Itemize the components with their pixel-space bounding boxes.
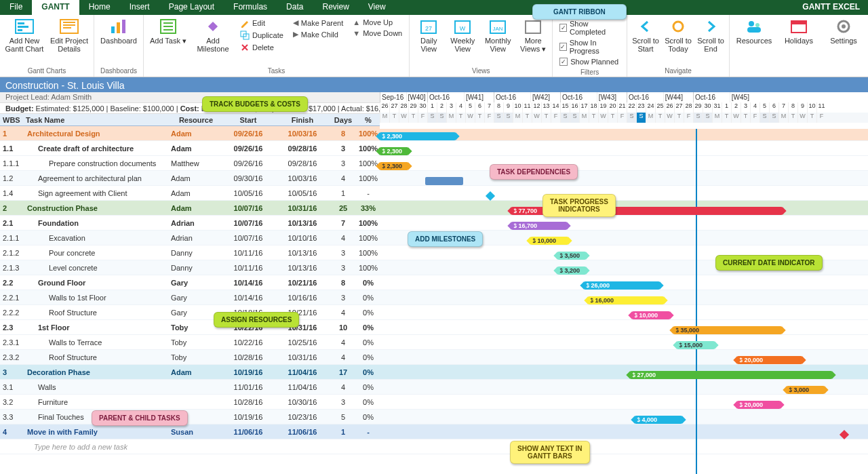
gantt-bar[interactable]: $ 26,000 <box>584 281 660 290</box>
scroll-start-button[interactable]: Scroll to Start <box>630 16 661 54</box>
add-new-gantt-button[interactable]: Add New Gantt Chart <box>3 16 46 54</box>
monthly-view-button[interactable]: JANMonthly View <box>480 16 515 54</box>
people-icon <box>744 18 764 35</box>
scroll-end-button[interactable]: Scroll to End <box>695 16 726 54</box>
project-title: Construction - St. Louis Villa <box>0 77 868 92</box>
check-icon: ✓ <box>559 58 568 66</box>
daily-view-button[interactable]: 27Daily View <box>412 16 445 54</box>
add-task-button[interactable]: Add Task ▾ <box>146 16 190 46</box>
milestone-icon <box>203 18 223 35</box>
callout-ribbon: GANTT RIBBON <box>532 4 627 20</box>
show-inprogress-checkbox[interactable]: ✓Show In Progress <box>558 38 621 56</box>
gantt-bar[interactable]: $ 3,500 <box>557 252 586 260</box>
gantt-bar[interactable]: $ 2,300 <box>380 132 456 140</box>
resources-button[interactable]: Resources <box>732 16 776 46</box>
group-label: Gantt Charts <box>3 66 91 75</box>
gantt-bar[interactable]: $ 4,000 <box>635 416 682 424</box>
col-finish[interactable]: Finish <box>275 116 330 124</box>
tab-formulas[interactable]: Formulas <box>224 0 277 15</box>
gantt-bar[interactable]: $ 10,000 <box>632 311 670 319</box>
dashboard-button[interactable]: Dashboard <box>97 16 140 46</box>
calendar-week-icon: W <box>452 18 473 35</box>
more-views-button[interactable]: More Views ▾ <box>517 16 549 54</box>
edit-project-details-button[interactable]: Edit Project Details <box>47 16 91 54</box>
scroll-start-icon <box>635 18 656 35</box>
tab-insert[interactable]: Insert <box>120 0 159 15</box>
svg-rect-1 <box>18 22 24 24</box>
gantt-bar[interactable]: $ 3,000 <box>787 386 825 394</box>
edit-details-icon <box>59 18 79 35</box>
callout-parent-child: PARENT & CHILD TASKS <box>92 410 188 426</box>
gantt-bar[interactable]: $ 20,000 <box>737 356 802 364</box>
gantt-bar[interactable]: $ 20,000 <box>737 401 781 409</box>
milestone-marker[interactable] <box>840 430 849 439</box>
tab-home[interactable]: Home <box>79 0 120 15</box>
delete-button[interactable]: Delete <box>239 42 285 53</box>
gantt-bar[interactable]: $ 10,000 <box>530 237 568 245</box>
svg-rect-24 <box>791 21 806 24</box>
gantt-bar[interactable]: $ 3,200 <box>557 266 586 275</box>
callout-show-text: SHOW ANY TEXT INGANTT BARS <box>510 441 590 464</box>
tab-data[interactable]: Data <box>277 0 313 15</box>
gantt-bar[interactable] <box>425 177 463 185</box>
check-icon: ✓ <box>559 43 567 51</box>
col-resource[interactable]: Resource <box>171 116 221 124</box>
svg-text:W: W <box>460 25 466 32</box>
gantt-bar[interactable]: $ 27,000 <box>630 371 832 379</box>
svg-rect-3 <box>18 29 22 31</box>
svg-rect-7 <box>122 20 125 33</box>
gantt-bar[interactable]: $ 15,000 <box>677 341 715 349</box>
col-days[interactable]: Days <box>330 116 357 124</box>
group-label: Tasks <box>146 66 406 75</box>
col-wbs[interactable]: WBS <box>0 116 23 124</box>
col-task[interactable]: Task Name <box>23 116 171 124</box>
gantt-bar[interactable]: $ 16,000 <box>588 296 664 304</box>
callout-deps: TASK DEPENDENCIES <box>490 164 578 180</box>
calendar-month-icon: JAN <box>488 18 508 35</box>
tab-view[interactable]: View <box>359 0 395 15</box>
scroll-today-button[interactable]: Scroll to Today <box>663 16 694 54</box>
svg-point-26 <box>842 24 846 28</box>
tab-pagelayout[interactable]: Page Layout <box>159 0 224 15</box>
milestone-marker[interactable] <box>486 191 495 201</box>
col-pct[interactable]: % <box>357 116 380 124</box>
tab-file[interactable]: File <box>0 0 32 15</box>
delete-icon <box>240 43 250 52</box>
show-completed-checkbox[interactable]: ✓Show Completed <box>558 19 621 37</box>
callout-milestones: ADD MILESTONES <box>408 231 483 247</box>
scroll-today-icon <box>668 18 688 35</box>
group-label: Views <box>412 66 549 75</box>
ribbon: Add New Gantt Chart Edit Project Details… <box>0 15 868 77</box>
gantt-bar[interactable]: $ 16,700 <box>511 222 567 230</box>
weekly-view-button[interactable]: WWeekly View <box>446 16 479 54</box>
tab-gantt[interactable]: GANTT <box>32 0 79 15</box>
gantt-bar[interactable]: $ 35,000 <box>673 326 782 334</box>
gantt-bar[interactable]: $ 2,300 <box>380 147 408 155</box>
callout-resources: ASSIGN RESOURCES <box>214 312 299 328</box>
group-label <box>732 66 865 75</box>
make-parent-button[interactable]: ◀Make Parent <box>292 18 344 28</box>
make-child-button[interactable]: ▶Make Child <box>292 29 344 39</box>
calendar-icon <box>789 18 809 35</box>
settings-button[interactable]: Settings <box>822 16 865 46</box>
duplicate-button[interactable]: Duplicate <box>239 30 285 41</box>
callout-progress: TASK PROGRESSINDICATORS <box>542 194 616 217</box>
svg-rect-5 <box>111 26 115 33</box>
group-label: Filters <box>555 68 624 77</box>
gear-icon <box>833 18 854 35</box>
svg-rect-6 <box>117 22 120 33</box>
add-milestone-button[interactable]: Add Milestone <box>191 16 235 54</box>
holidays-button[interactable]: Holidays <box>777 16 821 46</box>
show-planned-checkbox[interactable]: ✓Show Planned <box>558 57 621 66</box>
tab-review[interactable]: Review <box>313 0 358 15</box>
svg-text:JAN: JAN <box>493 26 503 32</box>
gantt-bar[interactable]: $ 2,300 <box>380 162 408 170</box>
edit-button[interactable]: Edit <box>239 18 285 28</box>
move-up-button[interactable]: ▲Move Up <box>351 18 403 27</box>
col-start[interactable]: Start <box>221 116 275 124</box>
bar-chart-icon <box>108 18 129 35</box>
gantt-chart[interactable]: $ 2,300$ 2,300$ 2,300$ 77,700$ 16,700$ 1… <box>380 129 868 457</box>
calendar-day-icon: 27 <box>418 18 439 35</box>
move-down-button[interactable]: ▼Move Down <box>351 28 403 38</box>
svg-rect-9 <box>208 22 218 31</box>
